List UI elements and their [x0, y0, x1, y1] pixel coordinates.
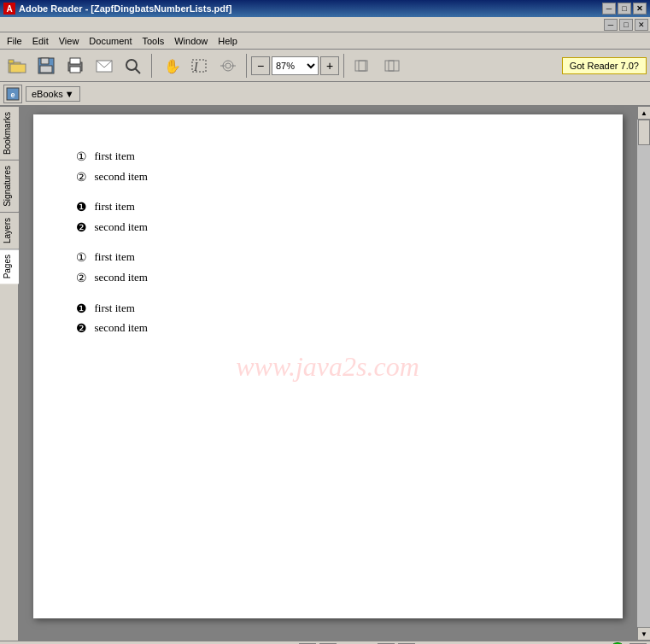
zoom-in-button[interactable]: + [320, 56, 339, 75]
right-scrollbar: ▲ ▼ [636, 106, 650, 641]
list-section-2: ❶ first item ❷ second item [76, 199, 580, 236]
title-bar-buttons: ─ □ ✕ [602, 3, 647, 15]
status-bar: ◁ 8.26 x 11.69 in |◄ ◄ 1 of 1 ► ►| □ [0, 641, 650, 644]
svg-rect-6 [41, 58, 49, 64]
menu-bar: File Edit View Document Tools Window Hel… [0, 32, 650, 50]
svg-rect-10 [70, 67, 80, 73]
svg-rect-23 [385, 61, 394, 71]
list-item: ② second item [76, 169, 580, 186]
svg-rect-4 [10, 64, 26, 73]
menu-window[interactable]: Window [169, 34, 213, 48]
bullet-icon: ② [76, 270, 90, 287]
item-text: first item [95, 149, 135, 164]
title-bar: A Adobe Reader - [ZapfDingbatsNumberList… [0, 0, 650, 17]
minimize-button[interactable]: ─ [602, 3, 616, 15]
window-title: Adobe Reader - [ZapfDingbatsNumberLists.… [19, 3, 602, 14]
scroll-thumb[interactable] [638, 120, 650, 145]
pages-tab[interactable]: Pages [0, 249, 19, 284]
toolbar-separator-1 [151, 54, 152, 78]
scroll-area[interactable]: www.java2s.com ① first item ② second ite… [19, 106, 636, 641]
got-reader-button[interactable]: Got Reader 7.0? [562, 57, 647, 74]
menu-document[interactable]: Document [84, 34, 137, 48]
svg-text:✋: ✋ [164, 58, 179, 74]
bullet-icon: ❷ [76, 220, 90, 237]
svg-rect-21 [355, 61, 366, 71]
list-item: ② second item [76, 270, 580, 287]
inner-title-buttons: ─ □ ✕ [604, 19, 648, 31]
zoom-out-button[interactable]: − [251, 56, 270, 75]
bookmarks-tab[interactable]: Bookmarks [0, 106, 19, 160]
zoom-select[interactable]: 87% [272, 56, 319, 75]
search-button[interactable] [120, 53, 147, 79]
ebooks-dropdown-icon: ▼ [65, 89, 74, 99]
menu-tools[interactable]: Tools [138, 34, 170, 48]
item-text: first item [95, 301, 135, 316]
hand-tool-button[interactable]: ✋ [156, 53, 184, 79]
item-text: second item [95, 220, 148, 235]
item-text: first item [95, 199, 135, 214]
pdf-page: www.java2s.com ① first item ② second ite… [33, 114, 623, 618]
list-item: ❷ second item [76, 220, 580, 237]
menu-help[interactable]: Help [213, 34, 243, 48]
signatures-tab[interactable]: Signatures [0, 160, 19, 212]
inner-close-button[interactable]: ✕ [635, 19, 648, 31]
bullet-icon: ❷ [76, 320, 90, 337]
open-button[interactable] [3, 53, 31, 79]
side-panel: Bookmarks Signatures Layers Pages [0, 106, 19, 641]
layers-tab[interactable]: Layers [0, 212, 19, 249]
bullet-icon: ❶ [76, 301, 90, 318]
list-item: ① first item [76, 149, 580, 166]
scroll-track[interactable] [637, 120, 650, 627]
list-item: ❶ first item [76, 301, 580, 318]
svg-line-13 [135, 68, 140, 73]
zoom-area: − 87% + [251, 56, 339, 75]
list-section-4: ❶ first item ❷ second item [76, 301, 580, 337]
scroll-down-button[interactable]: ▼ [637, 627, 650, 641]
ebooks-button[interactable]: eBooks ▼ [26, 86, 80, 102]
save-button[interactable] [32, 53, 60, 79]
email-button[interactable] [91, 53, 118, 79]
list-section-3: ① first item ② second item [76, 249, 580, 286]
menu-edit[interactable]: Edit [27, 34, 54, 48]
svg-rect-9 [70, 58, 80, 64]
ebooks-label: eBooks [32, 89, 63, 99]
snapshot-button[interactable] [214, 53, 242, 79]
close-button[interactable]: ✕ [633, 3, 647, 15]
toolbar2-icon-button[interactable]: e [3, 85, 22, 103]
item-text: second item [95, 320, 148, 336]
print-button[interactable] [61, 53, 89, 79]
item-text: first item [95, 249, 135, 265]
main-area: Bookmarks Signatures Layers Pages www.ja… [0, 106, 650, 641]
maximize-button[interactable]: □ [618, 3, 631, 15]
bullet-icon: ② [76, 169, 90, 186]
toolbar: ✋ I − 87% + [0, 50, 650, 82]
menu-view[interactable]: View [54, 34, 85, 48]
list-item: ❶ first item [76, 199, 580, 216]
bullet-icon: ① [76, 249, 90, 266]
svg-rect-7 [40, 66, 52, 73]
svg-text:e: e [10, 91, 15, 99]
inner-maximize-button[interactable]: □ [619, 19, 633, 31]
toolbar2: e eBooks ▼ [0, 82, 650, 106]
bullet-icon: ① [76, 149, 90, 166]
menu-file[interactable]: File [2, 34, 27, 48]
item-text: second item [95, 169, 148, 184]
watermark: www.java2s.com [236, 351, 419, 383]
list-item: ① first item [76, 249, 580, 266]
bullet-icon: ❶ [76, 199, 90, 216]
list-section-1: ① first item ② second item [76, 149, 580, 185]
toolbar-separator-2 [246, 54, 247, 78]
toolbar-separator-3 [343, 54, 344, 78]
list-item: ❷ second item [76, 320, 580, 337]
svg-rect-3 [9, 60, 14, 63]
select-text-button[interactable]: I [185, 53, 213, 79]
inner-minimize-button[interactable]: ─ [604, 19, 618, 31]
item-text: second item [95, 270, 148, 285]
scroll-up-button[interactable]: ▲ [637, 106, 650, 120]
app-icon: A [3, 3, 15, 15]
last-page-toolbar-button[interactable] [378, 53, 405, 79]
first-page-toolbar-button[interactable] [348, 53, 376, 79]
svg-point-18 [225, 63, 231, 68]
svg-text:A: A [6, 4, 12, 14]
